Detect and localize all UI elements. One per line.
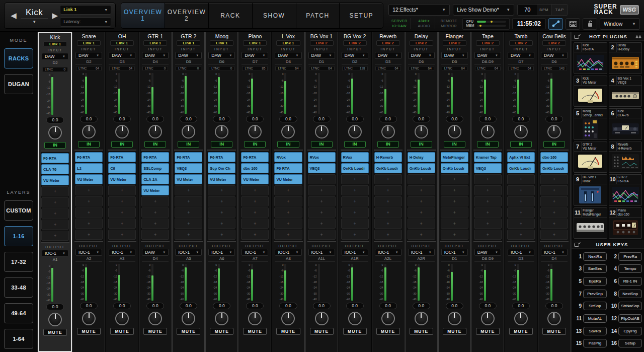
input-gain-knob[interactable] xyxy=(115,125,129,138)
empty-plugin-slot[interactable]: + xyxy=(141,207,169,218)
empty-plugin-slot[interactable]: + xyxy=(441,196,468,206)
output-gain-value[interactable]: 0.0 xyxy=(279,303,297,309)
user-key-button-flipoutab[interactable]: FlipOutAB xyxy=(618,314,642,323)
hot-plugin-slot-11[interactable]: 11FlangerMetaFlanger xyxy=(574,207,607,239)
channel-in-button[interactable]: IN xyxy=(411,141,432,148)
empty-plugin-slot[interactable]: + xyxy=(175,219,202,229)
empty-plugin-slot[interactable]: + xyxy=(341,207,369,218)
unlock-icon[interactable] xyxy=(583,18,597,30)
channel-name[interactable]: Piano xyxy=(240,33,269,40)
plugin-slot[interactable]: H-Reverb xyxy=(374,152,402,162)
channel-in-button[interactable]: IN xyxy=(244,141,266,148)
output-gain-knob[interactable] xyxy=(182,312,195,325)
mute-button[interactable]: MUTE xyxy=(410,328,433,335)
plugin-slot[interactable]: dbx-160 xyxy=(540,152,568,162)
link-badge[interactable]: Link 2 xyxy=(343,40,367,46)
channel-in-button[interactable]: IN xyxy=(444,141,465,148)
window-menu-dropdown[interactable]: Window ▼ xyxy=(600,18,640,30)
empty-plugin-slot[interactable]: + xyxy=(408,196,435,206)
plugin-slot[interactable]: L2 xyxy=(75,163,103,173)
empty-plugin-slot[interactable]: + xyxy=(108,230,136,240)
empty-plugin-slot[interactable]: + xyxy=(408,185,435,195)
link-badge[interactable]: Link 2 xyxy=(376,40,400,46)
channel-in-button[interactable]: IN xyxy=(211,141,232,148)
mute-button[interactable]: MUTE xyxy=(443,328,466,335)
plugin-slot[interactable]: F6-RTA xyxy=(141,152,169,162)
input-gain-value[interactable]: 0.0 xyxy=(180,116,197,122)
output-destination-dropdown[interactable]: IOC-1▼ xyxy=(275,249,301,256)
empty-plugin-slot[interactable]: + xyxy=(308,219,336,229)
empty-plugin-slot[interactable]: + xyxy=(75,185,103,195)
input-gain-value[interactable]: 0.0 xyxy=(246,116,264,122)
empty-plugin-slot[interactable]: + xyxy=(540,185,568,195)
channel-name[interactable]: BG Vox 2 xyxy=(341,33,369,40)
link-badge[interactable]: Link 1 xyxy=(177,40,200,46)
input-gain-knob[interactable] xyxy=(415,125,428,138)
hot-plugin-slot-8[interactable]: 8ReverbH-Reverb xyxy=(609,142,642,173)
mode-button-racks[interactable]: RACKS xyxy=(4,48,33,68)
output-destination-dropdown[interactable]: IOC-1▼ xyxy=(408,249,435,256)
plugin-slot[interactable]: OnKb Loudr xyxy=(374,163,402,173)
output-gain-knob[interactable] xyxy=(115,312,129,325)
input-gain-knob[interactable] xyxy=(381,125,395,138)
plugin-slot[interactable]: VU Meter xyxy=(141,185,169,195)
output-gain-knob[interactable] xyxy=(415,312,428,325)
input-gain-value[interactable]: 0.0 xyxy=(512,116,530,122)
input-gain-value[interactable]: 0.0 xyxy=(80,116,98,122)
empty-plugin-slot[interactable]: + xyxy=(341,196,369,206)
tab-setup[interactable]: SETUP xyxy=(340,3,383,28)
plugin-slot[interactable]: RVox xyxy=(274,152,302,162)
plugin-slot[interactable]: CLA-2A xyxy=(141,174,169,184)
empty-plugin-slot[interactable]: + xyxy=(241,185,269,195)
input-gain-knob[interactable] xyxy=(215,125,228,138)
empty-plugin-slot[interactable]: + xyxy=(308,196,336,206)
empty-plugin-slot[interactable]: + xyxy=(408,219,435,229)
input-gain-knob[interactable] xyxy=(348,125,362,138)
input-gain-knob[interactable] xyxy=(48,126,62,139)
mute-button[interactable]: MUTE xyxy=(210,328,233,335)
output-gain-knob[interactable] xyxy=(348,312,362,325)
input-source-dropdown[interactable]: DAW▼ xyxy=(508,52,534,59)
tap-tempo-button[interactable]: TAP xyxy=(551,5,568,15)
plugin-slot[interactable]: Kramer Tap xyxy=(474,152,502,162)
channel-name[interactable]: Tape xyxy=(473,33,502,40)
empty-plugin-slot[interactable]: + xyxy=(474,230,502,240)
channel-in-button[interactable]: IN xyxy=(510,141,532,148)
user-key-button-cpyplg[interactable]: CpyPlg xyxy=(618,327,642,335)
plugin-slot[interactable]: VU Meter xyxy=(75,174,103,184)
output-destination-dropdown[interactable]: IOC-1▼ xyxy=(175,249,202,256)
empty-plugin-slot[interactable]: + xyxy=(507,230,535,240)
empty-plugin-slot[interactable]: + xyxy=(308,230,336,240)
plugin-slot[interactable]: F6-RTA xyxy=(175,152,202,162)
input-gain-value[interactable]: 0.0 xyxy=(113,116,131,122)
empty-plugin-slot[interactable]: + xyxy=(374,174,402,184)
layer-button-1-64[interactable]: 1-64 xyxy=(4,329,33,349)
plugin-slot[interactable]: OnKb Loudr xyxy=(507,163,535,173)
empty-plugin-slot[interactable]: + xyxy=(41,220,69,230)
layer-button-17-32[interactable]: 17-32 xyxy=(4,252,33,272)
empty-plugin-slot[interactable]: + xyxy=(507,185,535,195)
hot-plugin-slot-12[interactable]: 12Pianodbx-160 xyxy=(609,207,642,239)
link-badge[interactable]: Link 2 xyxy=(542,40,566,46)
input-gain-value[interactable]: 0.0 xyxy=(379,116,397,122)
empty-plugin-slot[interactable]: + xyxy=(507,174,535,184)
tab-overview-1[interactable]: OVERVIEW1 xyxy=(121,3,165,28)
empty-plugin-slot[interactable]: + xyxy=(75,230,103,240)
empty-plugin-slot[interactable]: + xyxy=(374,196,402,206)
empty-plugin-slot[interactable]: + xyxy=(108,207,136,218)
patch-cable-icon[interactable] xyxy=(548,18,563,30)
empty-plugin-slot[interactable]: + xyxy=(540,207,568,218)
layer-button-1-16[interactable]: 1-16 xyxy=(4,226,33,246)
input-source-dropdown[interactable]: DAW▼ xyxy=(408,52,435,59)
link-badge[interactable]: Link 2 xyxy=(410,40,433,46)
output-destination-dropdown[interactable]: IOC-1▼ xyxy=(508,249,534,256)
hot-plugin-slot-6[interactable]: 6KickCLA-76 xyxy=(609,108,642,140)
channel-in-button[interactable]: IN xyxy=(344,141,366,148)
mute-button[interactable]: MUTE xyxy=(276,328,300,335)
latency-dropdown[interactable]: Latency: ▼ xyxy=(60,17,111,27)
plugin-slot[interactable]: OnKb Loudr xyxy=(341,163,369,173)
input-source-dropdown[interactable]: DAW▼ xyxy=(208,52,235,59)
link-badge[interactable]: Link 2 xyxy=(476,40,500,46)
prev-channel-button[interactable]: ◀ xyxy=(9,11,19,20)
link-badge[interactable]: Link 1 xyxy=(43,41,67,47)
